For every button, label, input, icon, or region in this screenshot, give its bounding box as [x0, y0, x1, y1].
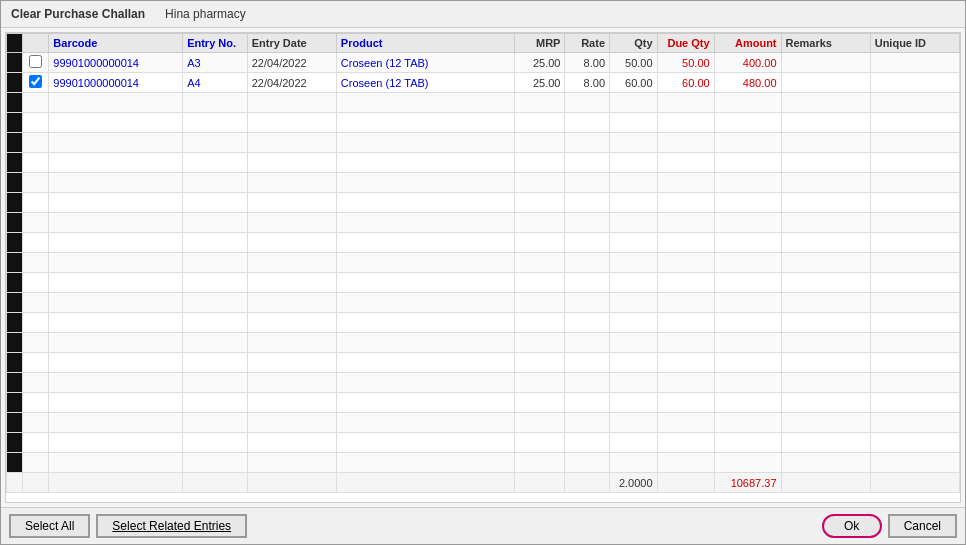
col-header-checkbox — [22, 34, 49, 53]
row-product: Croseen (12 TAB) — [336, 53, 514, 73]
cancel-button[interactable]: Cancel — [888, 514, 957, 538]
row-barcode: 99901000000014 — [49, 73, 183, 93]
row-sidebar — [7, 73, 23, 93]
data-table: Barcode Entry No. Entry Date Product MRP… — [6, 33, 960, 493]
bottom-bar: Select All Select Related Entries Ok Can… — [1, 507, 965, 544]
col-header-rate: Rate — [565, 34, 610, 53]
col-header-due-qty: Due Qty — [657, 34, 714, 53]
pharmacy-name: Hina pharmacy — [165, 7, 246, 21]
row-sidebar — [7, 53, 23, 73]
empty-row — [7, 213, 960, 233]
empty-row — [7, 233, 960, 253]
empty-row — [7, 373, 960, 393]
row-checkbox-cell — [22, 53, 49, 73]
row-checkbox-1[interactable] — [29, 55, 42, 68]
row-unique-id — [870, 73, 959, 93]
row-qty: 50.00 — [610, 53, 658, 73]
row-barcode: 99901000000014 — [49, 53, 183, 73]
summary-qty: 2.0000 — [610, 473, 658, 493]
empty-row — [7, 293, 960, 313]
col-header-mrp: MRP — [515, 34, 565, 53]
col-header-product: Product — [336, 34, 514, 53]
empty-row — [7, 333, 960, 353]
empty-row — [7, 393, 960, 413]
empty-row — [7, 153, 960, 173]
select-related-button[interactable]: Select Related Entries — [96, 514, 247, 538]
table-row: 99901000000014 A3 22/04/2022 Croseen (12… — [7, 53, 960, 73]
empty-row — [7, 433, 960, 453]
empty-row — [7, 193, 960, 213]
col-header-barcode: Barcode — [49, 34, 183, 53]
empty-row — [7, 253, 960, 273]
empty-row — [7, 273, 960, 293]
bottom-right-buttons: Ok Cancel — [822, 514, 957, 538]
col-header-unique-id: Unique ID — [870, 34, 959, 53]
summary-row: 2.0000 10687.37 — [7, 473, 960, 493]
row-mrp: 25.00 — [515, 53, 565, 73]
row-amount: 480.00 — [714, 73, 781, 93]
table-row: 99901000000014 A4 22/04/2022 Croseen (12… — [7, 73, 960, 93]
col-header-sidebar — [7, 34, 23, 53]
row-due-qty: 60.00 — [657, 73, 714, 93]
data-table-container: Barcode Entry No. Entry Date Product MRP… — [5, 32, 961, 503]
empty-row — [7, 413, 960, 433]
empty-row — [7, 173, 960, 193]
col-header-remarks: Remarks — [781, 34, 870, 53]
col-header-amount: Amount — [714, 34, 781, 53]
app-title: Clear Purchase Challan — [11, 7, 145, 21]
row-due-qty: 50.00 — [657, 53, 714, 73]
bottom-left-buttons: Select All Select Related Entries — [9, 514, 247, 538]
row-product: Croseen (12 TAB) — [336, 73, 514, 93]
summary-amount: 10687.37 — [714, 473, 781, 493]
row-entry-date: 22/04/2022 — [247, 53, 336, 73]
col-header-qty: Qty — [610, 34, 658, 53]
table-header-row: Barcode Entry No. Entry Date Product MRP… — [7, 34, 960, 53]
title-bar: Clear Purchase Challan Hina pharmacy — [1, 1, 965, 28]
empty-row — [7, 453, 960, 473]
row-remarks — [781, 73, 870, 93]
row-unique-id — [870, 53, 959, 73]
main-window: Clear Purchase Challan Hina pharmacy Bar… — [0, 0, 966, 545]
empty-row — [7, 133, 960, 153]
empty-row — [7, 113, 960, 133]
row-rate: 8.00 — [565, 73, 610, 93]
empty-row — [7, 353, 960, 373]
empty-row — [7, 93, 960, 113]
empty-row — [7, 313, 960, 333]
row-entry-no: A3 — [183, 53, 248, 73]
row-checkbox-cell — [22, 73, 49, 93]
col-header-entry-no: Entry No. — [183, 34, 248, 53]
row-checkbox-2[interactable] — [29, 75, 42, 88]
row-amount: 400.00 — [714, 53, 781, 73]
ok-button[interactable]: Ok — [822, 514, 882, 538]
row-qty: 60.00 — [610, 73, 658, 93]
select-all-button[interactable]: Select All — [9, 514, 90, 538]
row-rate: 8.00 — [565, 53, 610, 73]
col-header-entry-date: Entry Date — [247, 34, 336, 53]
row-entry-date: 22/04/2022 — [247, 73, 336, 93]
row-remarks — [781, 53, 870, 73]
row-mrp: 25.00 — [515, 73, 565, 93]
row-entry-no: A4 — [183, 73, 248, 93]
